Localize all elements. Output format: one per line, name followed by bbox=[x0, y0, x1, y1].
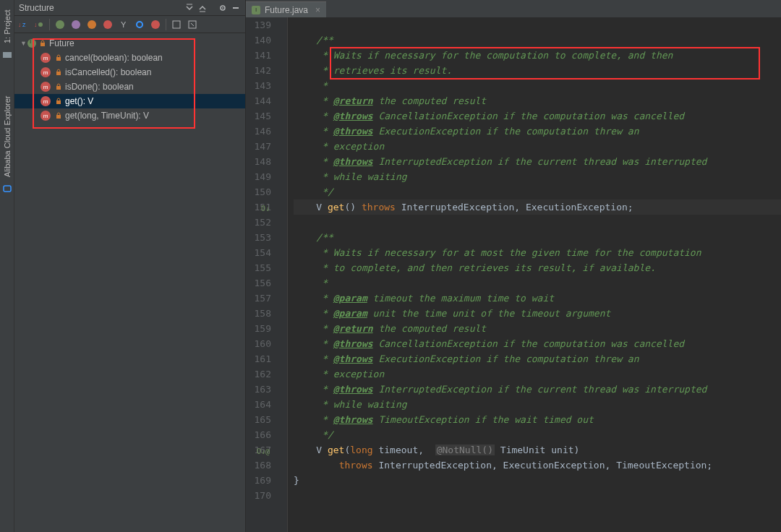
tree-item[interactable]: mget(long, TimeUnit): V bbox=[14, 108, 245, 123]
lock-icon bbox=[39, 40, 46, 47]
code-line[interactable]: */ bbox=[294, 184, 781, 200]
filter-props-icon[interactable] bbox=[69, 17, 83, 32]
autoscroll-source-icon[interactable] bbox=[169, 17, 184, 32]
code-area[interactable]: 139140141142143144145146147148149150151O… bbox=[246, 17, 781, 532]
code-line[interactable]: * to complete, and then retrieves its re… bbox=[294, 260, 781, 275]
code-line[interactable] bbox=[294, 17, 781, 33]
gutter[interactable]: 139140141142143144145146147148149150151O… bbox=[246, 17, 288, 532]
svg-point-5 bbox=[222, 7, 223, 9]
svg-rect-19 bbox=[56, 115, 61, 119]
svg-rect-17 bbox=[56, 86, 61, 90]
code-line[interactable]: * while waiting bbox=[294, 397, 781, 412]
code-content[interactable]: /** * Waits if necessary for the computa… bbox=[288, 17, 781, 532]
filter-class-icon[interactable] bbox=[101, 17, 115, 32]
code-line[interactable]: * retrieves its result. bbox=[294, 63, 781, 78]
code-line[interactable]: V get(long timeout, @NotNull() TimeUnit … bbox=[294, 442, 781, 458]
code-line[interactable]: * @throws InterruptedException if the cu… bbox=[294, 154, 781, 169]
svg-rect-1 bbox=[4, 186, 11, 192]
structure-tree: ▼ I Future mcancel(boolean): booleanmisC… bbox=[14, 33, 245, 123]
svg-text:Y: Y bbox=[121, 20, 127, 29]
code-line[interactable]: * bbox=[294, 78, 781, 93]
interface-file-icon: I bbox=[252, 6, 260, 14]
lock-icon bbox=[55, 69, 62, 76]
method-icon: m bbox=[40, 111, 51, 121]
svg-text:z: z bbox=[22, 21, 26, 28]
svg-rect-0 bbox=[3, 52, 12, 58]
code-line[interactable]: * while waiting bbox=[294, 169, 781, 184]
code-line[interactable]: * @throws ExecutionException if the comp… bbox=[294, 351, 781, 366]
code-line[interactable]: * @return the computed result bbox=[294, 93, 781, 108]
method-icon: m bbox=[40, 82, 51, 92]
tree-root-label: Future bbox=[49, 38, 74, 48]
svg-rect-15 bbox=[56, 57, 61, 61]
tree-item-label: get(long, TimeUnit): V bbox=[65, 111, 149, 121]
code-line[interactable]: * @throws ExecutionException if the comp… bbox=[294, 124, 781, 139]
project-tool-label[interactable]: 1: Project bbox=[3, 10, 12, 43]
editor: I Future.java × 139140141142143144145146… bbox=[246, 0, 781, 532]
panel-title: Structure bbox=[17, 3, 183, 13]
code-line[interactable]: * @throws TimeoutException if the wait t… bbox=[294, 412, 781, 427]
tree-item[interactable]: misCancelled(): boolean bbox=[14, 65, 245, 80]
svg-rect-16 bbox=[56, 72, 61, 75]
cloud-icon bbox=[2, 184, 12, 194]
tree-item[interactable]: misDone(): boolean bbox=[14, 80, 245, 94]
lock-icon bbox=[55, 54, 62, 61]
code-line[interactable]: /** bbox=[294, 33, 781, 48]
gear-icon[interactable] bbox=[216, 1, 229, 14]
collapse-icon[interactable] bbox=[196, 1, 209, 14]
filter-fields-icon[interactable] bbox=[53, 17, 67, 32]
structure-panel-header: Structure bbox=[14, 0, 245, 16]
structure-panel: Structure ↓z ↓ Y ▼ I Future mcancel(bool… bbox=[14, 0, 246, 532]
left-tool-strip[interactable]: 1: Project Alibaba Cloud Explorer bbox=[0, 0, 14, 532]
gutter-override-icon[interactable]: O↓ bbox=[261, 201, 270, 216]
method-icon: m bbox=[40, 96, 51, 106]
code-line[interactable]: * @throws CancellationException if the c… bbox=[294, 108, 781, 124]
lock-icon bbox=[55, 112, 62, 119]
method-icon: m bbox=[40, 67, 51, 77]
code-line[interactable]: throws InterruptedException, ExecutionEx… bbox=[294, 458, 781, 473]
sort-alpha-icon[interactable]: ↓z bbox=[16, 17, 30, 32]
code-line[interactable]: * Waits if necessary for the computation… bbox=[294, 48, 781, 63]
tree-item[interactable]: mcancel(boolean): boolean bbox=[14, 51, 245, 65]
code-line[interactable]: * bbox=[294, 275, 781, 291]
gutter-override-icon[interactable]: O↓@ bbox=[257, 444, 270, 459]
code-line[interactable]: * @throws InterruptedException if the cu… bbox=[294, 382, 781, 397]
code-line[interactable]: * @return the computed result bbox=[294, 321, 781, 336]
close-icon[interactable]: × bbox=[315, 5, 320, 15]
svg-point-10 bbox=[38, 22, 43, 27]
folder-icon bbox=[2, 49, 12, 59]
code-line[interactable]: * exception bbox=[294, 366, 781, 382]
code-line[interactable]: * exception bbox=[294, 139, 781, 154]
code-line[interactable]: */ bbox=[294, 427, 781, 442]
tree-root[interactable]: ▼ I Future bbox=[14, 36, 245, 51]
filter-final-icon[interactable] bbox=[85, 17, 99, 32]
alibaba-tool-label[interactable]: Alibaba Cloud Explorer bbox=[3, 95, 12, 177]
filter-lambda-icon[interactable] bbox=[148, 17, 163, 32]
svg-rect-14 bbox=[40, 43, 45, 46]
filter-circle-icon[interactable] bbox=[132, 17, 147, 32]
code-line[interactable]: * @param unit the time unit of the timeo… bbox=[294, 306, 781, 321]
code-line[interactable]: * Waits if necessary for at most the giv… bbox=[294, 245, 781, 260]
code-line[interactable]: * @throws CancellationException if the c… bbox=[294, 336, 781, 351]
tab-label: Future.java bbox=[265, 5, 308, 15]
code-line[interactable]: V get() throws InterruptedException, Exe… bbox=[294, 200, 781, 215]
expand-icon[interactable] bbox=[183, 1, 196, 14]
code-line[interactable]: /** bbox=[294, 230, 781, 245]
method-icon: m bbox=[40, 53, 51, 63]
tree-item-label: get(): V bbox=[65, 96, 93, 106]
svg-rect-12 bbox=[173, 21, 180, 28]
lock-icon bbox=[55, 98, 62, 105]
tree-item-label: isDone(): boolean bbox=[65, 82, 134, 92]
code-line[interactable]: } bbox=[294, 473, 781, 488]
sort-visibility-icon[interactable]: ↓ bbox=[32, 17, 46, 32]
filter-y-icon[interactable]: Y bbox=[116, 17, 131, 32]
svg-text:↓: ↓ bbox=[18, 21, 22, 28]
code-line[interactable] bbox=[294, 215, 781, 230]
editor-tab[interactable]: I Future.java × bbox=[246, 1, 326, 17]
code-line[interactable]: * @param timeout the maximum time to wai… bbox=[294, 291, 781, 306]
minimize-icon[interactable] bbox=[229, 1, 242, 14]
autoscroll-from-icon[interactable] bbox=[185, 17, 200, 32]
tree-item[interactable]: mget(): V bbox=[14, 94, 245, 108]
code-line[interactable] bbox=[294, 488, 781, 503]
structure-toolbar: ↓z ↓ Y bbox=[14, 16, 245, 33]
